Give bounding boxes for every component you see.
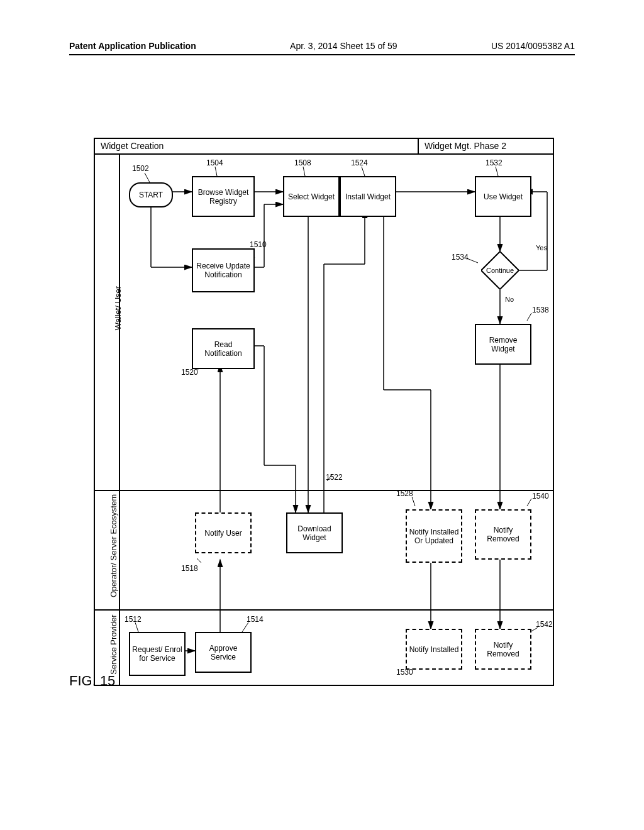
ref-1504: 1504 xyxy=(206,158,223,167)
svg-line-43 xyxy=(197,558,201,563)
svg-line-39 xyxy=(362,167,365,176)
ref-1520: 1520 xyxy=(181,368,198,377)
figure-frame: Widget Creation Widget Mgt. Phase 2 Wall… xyxy=(69,126,572,704)
ref-1538: 1538 xyxy=(532,306,549,314)
ref-1522: 1522 xyxy=(326,473,343,482)
notify-removed-sp-box: Notify Removed xyxy=(475,629,531,670)
phase-widget-creation: Widget Creation xyxy=(101,141,164,151)
install-widget-box: Install Widget xyxy=(340,176,396,217)
download-widget-box: Download Widget xyxy=(286,512,343,553)
approve-service-box: Approve Service xyxy=(195,632,252,673)
ref-1514: 1514 xyxy=(247,615,264,624)
svg-line-44 xyxy=(135,622,138,632)
diagram-canvas: Widget Creation Widget Mgt. Phase 2 Wall… xyxy=(69,126,572,704)
page-header: Patent Application Publication Apr. 3, 2… xyxy=(69,41,575,55)
ref-1508: 1508 xyxy=(294,158,311,167)
notify-user-box: Notify User xyxy=(195,512,252,553)
svg-line-37 xyxy=(215,167,217,176)
pub-number: US 2014/0095382 A1 xyxy=(491,41,575,51)
edge-no: No xyxy=(505,296,514,303)
use-widget-box: Use Widget xyxy=(475,176,531,217)
ref-1518: 1518 xyxy=(181,564,198,573)
lane-service-provider: Service Provider xyxy=(109,613,118,676)
receive-update-box: Receive Update Notification xyxy=(192,248,255,292)
ref-1540: 1540 xyxy=(532,492,549,501)
ref-1530: 1530 xyxy=(396,668,413,677)
read-notification-box: Read Notification xyxy=(192,328,255,369)
figure-label: FIG. 15 xyxy=(69,673,115,689)
start-box: START xyxy=(129,182,173,208)
svg-line-51 xyxy=(527,499,531,506)
browse-registry-box: Browse Widget Registry xyxy=(192,176,255,217)
ref-1542: 1542 xyxy=(536,620,553,629)
date-sheet: Apr. 3, 2014 Sheet 15 of 59 xyxy=(290,41,397,51)
ref-1512: 1512 xyxy=(125,615,142,624)
continue-decision: Continue xyxy=(481,252,519,289)
publication-label: Patent Application Publication xyxy=(69,41,196,51)
lane-wallet-user: Wallet/ User xyxy=(113,245,123,371)
svg-line-38 xyxy=(303,167,305,176)
ref-1534: 1534 xyxy=(452,253,469,262)
remove-widget-box: Remove Widget xyxy=(475,324,531,365)
lane-operator-server: Operator/ Server Ecosystem xyxy=(109,497,118,597)
ref-1532: 1532 xyxy=(486,158,502,167)
ref-1528: 1528 xyxy=(396,489,413,498)
notify-installed-sp-box: Notify Installed xyxy=(406,629,462,670)
svg-line-40 xyxy=(496,167,498,176)
ref-1524: 1524 xyxy=(351,158,368,167)
phase-widget-mgt-2: Widget Mgt. Phase 2 xyxy=(425,141,506,151)
continue-label: Continue xyxy=(486,267,514,274)
svg-line-36 xyxy=(145,173,150,182)
notify-installed-updated-box: Notify Installed Or Updated xyxy=(406,509,462,563)
svg-line-47 xyxy=(412,497,415,506)
request-enrol-box: Request/ Enrol for Service xyxy=(129,632,186,676)
ref-1502: 1502 xyxy=(132,164,149,173)
select-widget-box: Select Widget xyxy=(283,176,340,217)
notify-removed-op-box: Notify Removed xyxy=(475,509,531,560)
svg-line-45 xyxy=(242,622,248,632)
svg-line-50 xyxy=(527,313,531,321)
edge-yes: Yes xyxy=(536,244,547,252)
ref-1510: 1510 xyxy=(250,240,267,249)
